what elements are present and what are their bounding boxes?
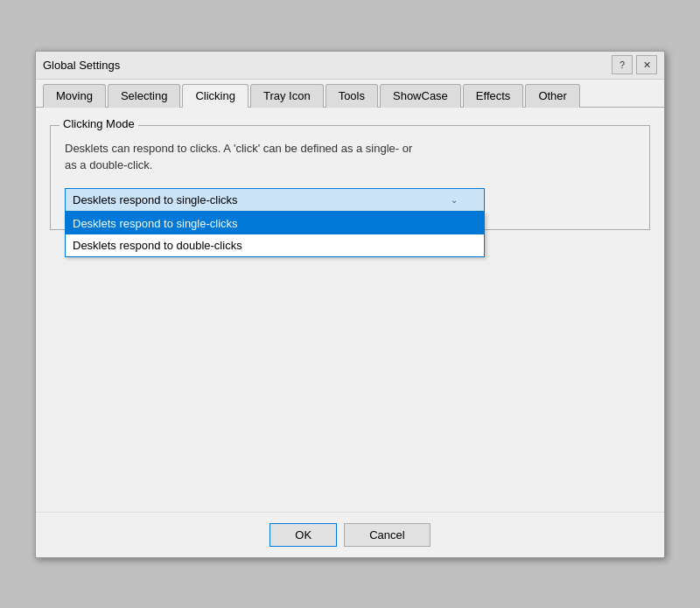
description-line2: as a double-click. bbox=[65, 158, 152, 171]
tab-other[interactable]: Other bbox=[525, 84, 580, 108]
window-title: Global Settings bbox=[43, 59, 120, 72]
tab-tray-icon[interactable]: Tray Icon bbox=[250, 84, 324, 108]
global-settings-window: Global Settings ? ✕ Moving Selecting Cli… bbox=[35, 51, 665, 558]
click-mode-dropdown[interactable]: Desklets respond to single-clicks ⌄ bbox=[65, 188, 485, 212]
group-label: Clicking Mode bbox=[60, 117, 138, 130]
description-line1: Desklets can respond to clicks. A 'click… bbox=[65, 142, 412, 155]
title-bar-left: Global Settings bbox=[43, 59, 120, 72]
tab-moving[interactable]: Moving bbox=[43, 84, 106, 108]
dropdown-option-double-click[interactable]: Desklets respond to double-clicks bbox=[66, 234, 484, 256]
group-description: Desklets can respond to clicks. A 'click… bbox=[65, 140, 635, 174]
tab-tools[interactable]: Tools bbox=[326, 84, 378, 108]
dropdown-list: Desklets respond to single-clicks Deskle… bbox=[65, 212, 485, 257]
tab-showcase[interactable]: ShowCase bbox=[380, 84, 461, 108]
click-mode-dropdown-container: Desklets respond to single-clicks ⌄ Desk… bbox=[65, 188, 635, 212]
tab-selecting[interactable]: Selecting bbox=[108, 84, 180, 108]
title-bar: Global Settings ? ✕ bbox=[36, 52, 664, 80]
tab-clicking[interactable]: Clicking bbox=[182, 84, 248, 108]
tab-effects[interactable]: Effects bbox=[463, 84, 524, 108]
title-bar-controls: ? ✕ bbox=[612, 55, 657, 74]
dropdown-selected-text: Desklets respond to single-clicks bbox=[73, 193, 238, 206]
cancel-button[interactable]: Cancel bbox=[344, 523, 430, 547]
dropdown-option-single-click[interactable]: Desklets respond to single-clicks bbox=[66, 213, 484, 234]
clicking-mode-group: Clicking Mode Desklets can respond to cl… bbox=[50, 125, 650, 230]
close-button[interactable]: ✕ bbox=[636, 55, 657, 74]
content-area: Clicking Mode Desklets can respond to cl… bbox=[36, 108, 664, 512]
chevron-down-icon: ⌄ bbox=[451, 195, 458, 205]
help-button[interactable]: ? bbox=[612, 55, 633, 74]
footer: OK Cancel bbox=[36, 512, 664, 557]
tab-bar: Moving Selecting Clicking Tray Icon Tool… bbox=[36, 80, 664, 108]
ok-button[interactable]: OK bbox=[270, 523, 337, 547]
